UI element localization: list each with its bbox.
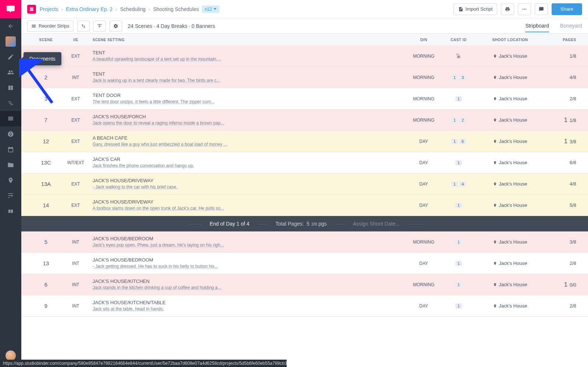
strip-row[interactable]: 5 INT JACK'S HOUSE/BEDROOM Jack's eyes p… [21, 231, 588, 253]
dn-value: DAY [405, 160, 442, 165]
location-pin-icon [493, 261, 497, 266]
app-logo[interactable] [0, 0, 21, 18]
share-button[interactable]: Share [552, 3, 582, 15]
more-button[interactable] [518, 3, 531, 15]
reorder-icon [31, 24, 36, 29]
strip-row[interactable]: 7 EXT JACK'S HOUSE/PORCH Jack opens the … [21, 109, 588, 131]
add-strip-button[interactable] [93, 21, 106, 32]
setting-desc: Jack's eyes pop open. Phew, just a dream… [93, 242, 405, 248]
scene-setting: JACK'S HOUSE/BEDROOM - Jack getting dres… [89, 257, 405, 270]
book-icon[interactable] [0, 204, 21, 219]
back-arrow-icon[interactable] [0, 18, 21, 34]
strip-row[interactable]: 13A EXT JACK'S HOUSE/DRIVEWAY - Jack wal… [21, 173, 588, 195]
reorder-strips-button[interactable]: Reorder Strips [27, 21, 74, 32]
chat-button[interactable] [535, 3, 548, 15]
strip-row[interactable]: 2 INT TENT Jack is waking up in a tent c… [21, 67, 588, 88]
setting-desc: Jack finishes the phone conversation and… [93, 163, 405, 169]
col-loc: SHOOT LOCATION [475, 38, 545, 42]
strip-row[interactable]: EXT TENT A beautiful sprawling landscape… [21, 46, 588, 67]
scene-setting: TENT Jack is waking up in a tent clearly… [89, 71, 405, 84]
pages-value: 1 1/8 [545, 116, 580, 124]
ie-value: INT [62, 75, 89, 80]
scene-setting: JACK'S HOUSE/KITCHEN/TABLE Jack sits at … [89, 299, 405, 312]
location-pin-icon [493, 96, 497, 101]
setting-desc: Jack sits at the table, head in hands. [93, 306, 405, 312]
shoot-location: Jack's House [475, 75, 545, 80]
sort-icon [81, 24, 86, 29]
cast-ids: 13 [442, 75, 475, 80]
day-break-row[interactable]: — — — End of Day 1 of 4 — — Total Pages:… [21, 216, 588, 231]
folder-icon[interactable] [0, 157, 21, 173]
scene-number: 13C [29, 159, 62, 166]
pages-value: 4/8 [545, 75, 580, 80]
scene-setting: JACK'S HOUSE/KITCHEN Jack stands in the … [89, 278, 405, 291]
shoot-location: Jack's House [475, 303, 545, 309]
setting-title: JACK'S HOUSE/BEDROOM [93, 257, 405, 263]
dn-value: MORNING [405, 118, 442, 123]
toolbar: Reorder Strips 24 Scenes · 4 Day Breaks … [21, 18, 588, 34]
settings-button[interactable] [110, 21, 122, 32]
project-badge-icon[interactable] [27, 5, 36, 14]
tab-stripboard[interactable]: Stripboard [525, 20, 549, 32]
svg-line-0 [24, 63, 52, 103]
print-button[interactable] [501, 3, 514, 15]
crumb-projects[interactable]: Projects [40, 6, 58, 12]
calendar-icon[interactable] [0, 142, 21, 157]
setting-title: TENT DOOR [93, 92, 405, 99]
setting-title: A BEACH CAFE [93, 135, 405, 141]
strip-row[interactable]: 13C INT/EXT JACK'S CAR Jack finishes the… [21, 152, 588, 173]
avatar[interactable] [6, 350, 16, 361]
setting-title: JACK'S CAR [93, 156, 405, 163]
sort-button[interactable] [77, 21, 90, 32]
pin-icon[interactable] [0, 173, 21, 188]
chat-icon [539, 7, 544, 12]
cast-pill: 3 [459, 75, 466, 80]
cast-pill: 1 [451, 139, 458, 144]
assign-shoot-date[interactable]: Assign Shoot Date... [353, 221, 400, 227]
scene-setting: JACK'S CAR Jack finishes the phone conve… [89, 156, 405, 169]
import-script-button[interactable]: Import Script [453, 3, 498, 15]
strip-row[interactable]: 12 EXT A BEACH CAFE Gary, dressed like a… [21, 131, 588, 152]
setting-desc: - Jack walking to the car with his brief… [93, 184, 405, 190]
cast-ids: 1 [442, 96, 475, 101]
shoot-location: Jack's House [475, 282, 545, 287]
pencil-icon[interactable] [0, 49, 21, 65]
shoot-location: Jack's House [475, 260, 545, 266]
scene-setting: A BEACH CAFE Gary, dressed like a guy wh… [89, 135, 405, 148]
people-icon[interactable] [0, 65, 21, 80]
strip-row[interactable]: 14 EXT JACK'S HOUSE/DRIVEWAY A toolbox s… [21, 195, 588, 216]
daybreak-total: Total Pages: 5 2/8 pgs [276, 221, 327, 227]
strip-row[interactable]: 3 EXT TENT DOOR The tent door unzips. It… [21, 88, 588, 109]
dn-value: MORNING [405, 282, 442, 287]
col-cast: CAST ID [442, 38, 475, 42]
cast-pill: 1 [455, 96, 462, 101]
col-setting: SCENE SETTING [89, 38, 405, 42]
pages-value: 1 0/0 [545, 281, 580, 288]
reel-icon[interactable] [0, 126, 21, 142]
pages-value: 2/8 [545, 96, 580, 101]
timeline-icon[interactable] [0, 96, 21, 111]
strip-row[interactable]: 9 INT JACK'S HOUSE/KITCHEN/TABLE Jack si… [21, 295, 588, 317]
strip-row[interactable]: 6 INT JACK'S HOUSE/KITCHEN Jack stands i… [21, 274, 588, 295]
setting-title: JACK'S HOUSE/KITCHEN [93, 278, 405, 285]
setting-desc: Jack stands in the kitchen drinking a cu… [93, 285, 405, 291]
strip-row[interactable]: 13 INT JACK'S HOUSE/BEDROOM - Jack getti… [21, 253, 588, 274]
scene-number: 9 [29, 303, 62, 309]
cast-pill: 1 [455, 282, 462, 287]
location-pin-icon [493, 54, 497, 59]
version-badge[interactable]: v12 [202, 6, 219, 13]
col-ie: I/E [62, 38, 89, 42]
stripboard-nav-icon[interactable] [0, 111, 21, 126]
cast-add-icon[interactable] [442, 53, 475, 60]
crumb-project[interactable]: Extra Ordinary Ep. 2 [66, 6, 112, 12]
project-thumb[interactable] [0, 34, 21, 49]
dn-value: DAY [405, 303, 442, 309]
sliders-icon[interactable] [0, 188, 21, 204]
columns-icon[interactable] [0, 80, 21, 96]
cast-ids: 1 [442, 261, 475, 266]
dn-value: DAY [405, 261, 442, 266]
shoot-location: Jack's House [475, 239, 545, 245]
daybreak-title: End of Day 1 of 4 [209, 221, 249, 227]
tab-boneyard[interactable]: Boneyard [560, 20, 582, 32]
setting-title: JACK'S HOUSE/DRIVEWAY [93, 199, 405, 205]
